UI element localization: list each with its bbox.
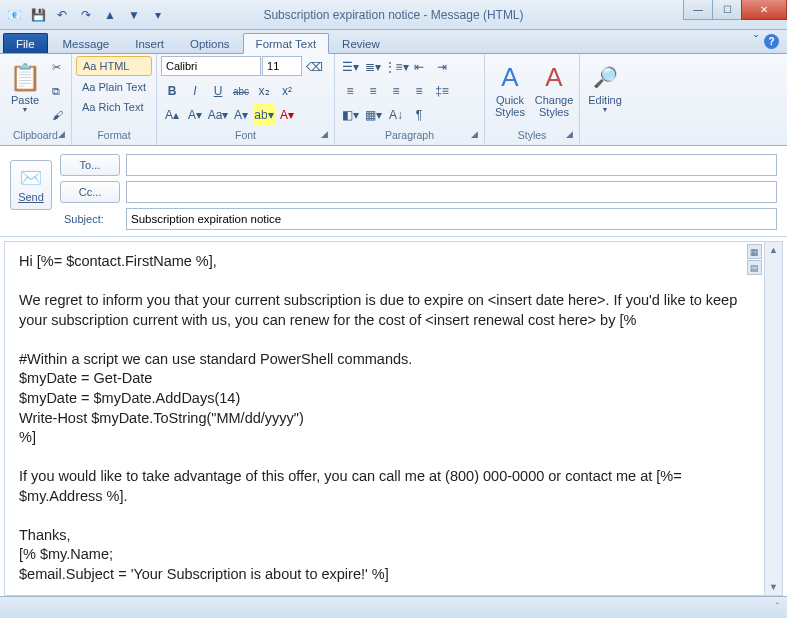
minimize-ribbon-icon[interactable]: ˇ bbox=[754, 34, 758, 49]
status-bar: ˇ bbox=[0, 596, 787, 618]
increase-indent-button[interactable]: ⇥ bbox=[431, 56, 453, 78]
copy-icon: ⧉ bbox=[52, 85, 60, 98]
ruler-toggles: ▦ ▤ bbox=[747, 244, 762, 275]
group-label-paragraph: Paragraph bbox=[385, 129, 434, 141]
title-bar: 📧 💾 ↶ ↷ ▲ ▼ ▾ Subscription expiration no… bbox=[0, 0, 787, 30]
show-marks-button[interactable]: ¶ bbox=[408, 104, 430, 126]
envelope-icon: ✉️ bbox=[20, 167, 42, 189]
scroll-up-icon[interactable]: ▲ bbox=[769, 242, 778, 258]
shrink-font-button[interactable]: A▾ bbox=[184, 104, 206, 126]
vertical-scrollbar[interactable]: ▲ ▼ bbox=[764, 242, 782, 595]
line-spacing-button[interactable]: ‡≡ bbox=[431, 80, 453, 102]
chevron-down-icon: ▼ bbox=[22, 106, 29, 113]
redo-icon[interactable]: ↷ bbox=[76, 5, 96, 25]
message-body-container: Hi [%= $contact.FirstName %], We regret … bbox=[4, 241, 783, 596]
group-label-format: Format bbox=[97, 129, 130, 141]
multilevel-button[interactable]: ⋮≡▾ bbox=[385, 56, 407, 78]
cc-field[interactable] bbox=[126, 181, 777, 203]
editing-button[interactable]: 🔎 Editing ▼ bbox=[584, 56, 626, 117]
undo-icon[interactable]: ↶ bbox=[52, 5, 72, 25]
find-icon: 🔎 bbox=[593, 60, 618, 94]
tab-options[interactable]: Options bbox=[177, 33, 243, 53]
to-button[interactable]: To... bbox=[60, 154, 120, 176]
cut-icon: ✂ bbox=[52, 61, 61, 74]
text-effects-button[interactable]: A▾ bbox=[230, 104, 252, 126]
quick-styles-icon: A bbox=[501, 60, 518, 94]
subject-label: Subject: bbox=[60, 213, 120, 225]
group-clipboard: 📋 Paste ▼ ✂ ⧉ 🖌 Clipboard◢ bbox=[0, 54, 72, 145]
clear-format-button[interactable]: ⌫ bbox=[303, 56, 325, 78]
subject-field[interactable] bbox=[126, 208, 777, 230]
paste-button[interactable]: 📋 Paste ▼ bbox=[4, 56, 46, 117]
ribbon-tabs: File Message Insert Options Format Text … bbox=[0, 30, 787, 54]
prev-item-icon[interactable]: ▲ bbox=[100, 5, 120, 25]
chevron-down-icon: ▼ bbox=[602, 106, 609, 113]
format-html-button[interactable]: Aa HTML bbox=[76, 56, 152, 76]
ruler2-icon[interactable]: ▤ bbox=[747, 260, 762, 275]
quick-styles-button[interactable]: A Quick Styles bbox=[489, 56, 531, 122]
qat-customize-icon[interactable]: ▾ bbox=[148, 5, 168, 25]
underline-button[interactable]: U bbox=[207, 80, 229, 102]
justify-button[interactable]: ≡ bbox=[408, 80, 430, 102]
send-button[interactable]: ✉️ Send bbox=[10, 160, 52, 210]
change-styles-button[interactable]: A Change Styles bbox=[533, 56, 575, 122]
font-name-select[interactable] bbox=[161, 56, 261, 76]
app-icon[interactable]: 📧 bbox=[4, 5, 24, 25]
change-styles-icon: A bbox=[545, 60, 562, 94]
subscript-button[interactable]: x₂ bbox=[253, 80, 275, 102]
message-body[interactable]: Hi [%= $contact.FirstName %], We regret … bbox=[5, 242, 764, 595]
scroll-down-icon[interactable]: ▼ bbox=[769, 579, 778, 595]
italic-button[interactable]: I bbox=[184, 80, 206, 102]
tab-file[interactable]: File bbox=[3, 33, 48, 53]
shading-button[interactable]: ◧▾ bbox=[339, 104, 361, 126]
tab-message[interactable]: Message bbox=[50, 33, 123, 53]
sort-button[interactable]: A↓ bbox=[385, 104, 407, 126]
group-label-font: Font bbox=[235, 129, 256, 141]
font-color-button[interactable]: A▾ bbox=[276, 104, 298, 126]
minimize-button[interactable]: — bbox=[683, 0, 713, 20]
group-label-styles: Styles bbox=[518, 129, 547, 141]
format-rich-button[interactable]: Aa Rich Text bbox=[76, 98, 152, 116]
decrease-indent-button[interactable]: ⇤ bbox=[408, 56, 430, 78]
styles-dialog-launcher-icon[interactable]: ◢ bbox=[566, 129, 573, 139]
font-size-select[interactable] bbox=[262, 56, 302, 76]
maximize-button[interactable]: ☐ bbox=[712, 0, 742, 20]
ruler-icon[interactable]: ▦ bbox=[747, 244, 762, 259]
highlight-button[interactable]: ab▾ bbox=[253, 104, 275, 126]
tab-format-text[interactable]: Format Text bbox=[243, 33, 330, 54]
font-dialog-launcher-icon[interactable]: ◢ bbox=[321, 129, 328, 139]
close-button[interactable]: ✕ bbox=[741, 0, 787, 20]
format-plain-button[interactable]: Aa Plain Text bbox=[76, 78, 152, 96]
borders-button[interactable]: ▦▾ bbox=[362, 104, 384, 126]
cut-button[interactable]: ✂ bbox=[48, 56, 67, 78]
tab-review[interactable]: Review bbox=[329, 33, 393, 53]
window-controls: — ☐ ✕ bbox=[683, 0, 787, 20]
compose-header: ✉️ Send To... Cc... Subject: bbox=[0, 146, 787, 237]
align-center-button[interactable]: ≡ bbox=[362, 80, 384, 102]
grow-font-button[interactable]: A▴ bbox=[161, 104, 183, 126]
group-editing: 🔎 Editing ▼ bbox=[580, 54, 630, 145]
format-painter-button[interactable]: 🖌 bbox=[48, 104, 67, 126]
group-label-clipboard: Clipboard bbox=[13, 129, 58, 141]
tab-insert[interactable]: Insert bbox=[122, 33, 177, 53]
paragraph-dialog-launcher-icon[interactable]: ◢ bbox=[471, 129, 478, 139]
strike-button[interactable]: abc bbox=[230, 80, 252, 102]
ribbon: 📋 Paste ▼ ✂ ⧉ 🖌 Clipboard◢ Aa HTML Aa Pl… bbox=[0, 54, 787, 146]
save-icon[interactable]: 💾 bbox=[28, 5, 48, 25]
superscript-button[interactable]: x² bbox=[276, 80, 298, 102]
bullets-button[interactable]: ☰▾ bbox=[339, 56, 361, 78]
cc-button[interactable]: Cc... bbox=[60, 181, 120, 203]
help-icon[interactable]: ? bbox=[764, 34, 779, 49]
align-left-button[interactable]: ≡ bbox=[339, 80, 361, 102]
bold-button[interactable]: B bbox=[161, 80, 183, 102]
numbering-button[interactable]: ≣▾ bbox=[362, 56, 384, 78]
change-case-button[interactable]: Aa▾ bbox=[207, 104, 229, 126]
copy-button[interactable]: ⧉ bbox=[48, 80, 67, 102]
group-font: ⌫ B I U abc x₂ x² A▴ A▾ Aa▾ A▾ ab▾ A▾ Fo… bbox=[157, 54, 335, 145]
group-styles: A Quick Styles A Change Styles Styles◢ bbox=[485, 54, 580, 145]
next-item-icon[interactable]: ▼ bbox=[124, 5, 144, 25]
align-right-button[interactable]: ≡ bbox=[385, 80, 407, 102]
to-field[interactable] bbox=[126, 154, 777, 176]
expand-pane-icon[interactable]: ˇ bbox=[776, 602, 779, 613]
clipboard-dialog-launcher-icon[interactable]: ◢ bbox=[58, 129, 65, 139]
